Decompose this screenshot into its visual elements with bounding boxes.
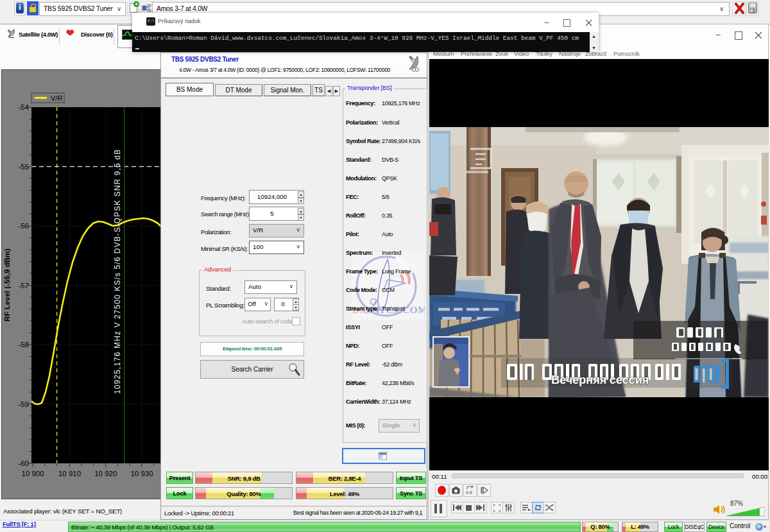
svg-text:10 920: 10 920 — [94, 470, 117, 477]
svg-text:-55: -55 — [18, 163, 29, 171]
svg-text:-58: -58 — [18, 341, 29, 348]
svg-text:-57: -57 — [18, 282, 29, 289]
svg-text:10 930: 10 930 — [130, 470, 153, 477]
svg-text:-60: -60 — [18, 459, 29, 467]
svg-text:10 900: 10 900 — [21, 470, 44, 477]
svg-text:10 910: 10 910 — [58, 470, 81, 477]
svg-text:-54: -54 — [18, 103, 29, 111]
svg-text:-59: -59 — [18, 400, 29, 408]
svg-text:V/R: V/R — [51, 94, 62, 102]
svg-text:A B: A B — [466, 490, 472, 495]
svg-text:-56: -56 — [18, 222, 29, 230]
svg-text:RF Level (-55,9 dBm): RF Level (-55,9 dBm) — [3, 248, 11, 322]
svg-text:10925,176 MHz V 27500 KS/s 5/6: 10925,176 MHz V 27500 KS/s 5/6 DVB-S/QPS… — [113, 149, 122, 394]
